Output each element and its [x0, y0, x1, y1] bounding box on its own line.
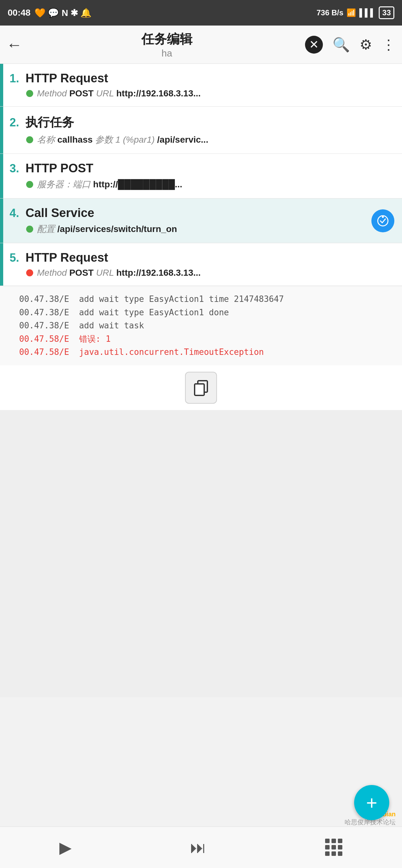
log-line-exception: 00.47.58/E java.util.concurrent.TimeoutE… — [19, 346, 393, 359]
item-header: 4. Call Service — [9, 206, 396, 220]
item-content: 4. Call Service 配置 /api/services/switch/… — [3, 198, 402, 243]
item-description: 名称 callhass 参数 1 (%par1) /api/servic... — [37, 134, 208, 146]
badge-icon — [371, 209, 394, 232]
status-dot-error — [26, 269, 33, 276]
item-header: 3. HTTP POST — [9, 161, 396, 175]
log-line: 00.47.38/E add wait type EasyAction1 don… — [19, 306, 393, 319]
item-content: 1. HTTP Request Method POST URL http://1… — [3, 64, 402, 106]
top-bar: ← 任务编辑 ha ✕ 🔍 ⚙ ⋮ — [0, 26, 402, 64]
settings-button[interactable]: ⚙ — [360, 36, 372, 53]
status-dot — [26, 226, 33, 232]
item-title: 执行任务 — [26, 114, 74, 130]
more-button[interactable]: ⋮ — [381, 36, 396, 53]
grid-icon — [325, 839, 343, 856]
item-detail: Method POST URL http://192.168.3.13... — [9, 88, 396, 99]
item-number: 3. — [9, 162, 22, 175]
item-description: 服务器：端口 http://█████████... — [37, 178, 182, 190]
item-detail: Method POST URL http://192.168.3.13... — [9, 268, 396, 278]
play-button[interactable]: ▶ — [59, 838, 71, 857]
status-left: 00:48 🧡 💬 N ✱ 🔔 — [8, 8, 92, 18]
item-accent — [0, 243, 3, 286]
item-content: 3. HTTP POST 服务器：端口 http://█████████... — [3, 154, 402, 198]
list-item[interactable]: 3. HTTP POST 服务器：端口 http://█████████... — [0, 154, 402, 198]
item-description: Method POST URL http://192.168.3.13... — [37, 268, 201, 278]
item-header: 1. HTTP Request — [9, 71, 396, 85]
item-accent — [0, 154, 3, 198]
grid-button[interactable] — [325, 839, 343, 856]
list-item[interactable]: 2. 执行任务 名称 callhass 参数 1 (%par1) /api/se… — [0, 106, 402, 154]
item-badge — [371, 209, 394, 232]
item-header: 5. HTTP Request — [9, 251, 396, 265]
time-display: 00:48 — [8, 8, 31, 18]
status-bar: 00:48 🧡 💬 N ✱ 🔔 736 B/s 📶 ▌▌▌ 33 — [0, 0, 402, 26]
list-item[interactable]: 5. HTTP Request Method POST URL http://1… — [0, 243, 402, 286]
log-line: 00.47.38/E add wait task — [19, 319, 393, 333]
bottom-nav: ▶ ⏭ — [0, 827, 402, 868]
item-accent — [0, 106, 3, 154]
log-block: 00.47.38/E add wait type EasyAction1 tim… — [0, 286, 402, 365]
fab-add-button[interactable]: + — [354, 785, 389, 820]
item-title: HTTP POST — [26, 161, 93, 175]
log-line-error: 00.47.58/E 错误: 1 — [19, 333, 393, 346]
item-description: 配置 /api/services/switch/turn_on — [37, 223, 177, 235]
top-icons: ✕ 🔍 ⚙ ⋮ — [305, 36, 396, 54]
item-content: 2. 执行任务 名称 callhass 参数 1 (%par1) /api/se… — [3, 106, 402, 154]
battery-display: 33 — [379, 6, 394, 19]
item-detail: 配置 /api/services/switch/turn_on — [9, 223, 396, 235]
item-detail: 名称 callhass 参数 1 (%par1) /api/servic... — [9, 134, 396, 146]
item-title: HTTP Request — [26, 251, 108, 265]
speed-display: 736 B/s — [316, 8, 343, 17]
list-item-selected[interactable]: 4. Call Service 配置 /api/services/switch/… — [0, 198, 402, 243]
item-number: 1. — [9, 72, 22, 85]
status-dot — [26, 90, 33, 97]
item-number: 5. — [9, 251, 22, 265]
close-button[interactable]: ✕ — [305, 36, 323, 54]
item-title: Call Service — [26, 206, 94, 220]
back-button[interactable]: ← — [6, 37, 22, 53]
status-dot — [26, 136, 33, 143]
item-header: 2. 执行任务 — [9, 114, 396, 130]
item-description: Method POST URL http://192.168.3.13... — [37, 88, 201, 99]
log-line: 00.47.38/E add wait type EasyAction1 tim… — [19, 292, 393, 306]
item-content: 5. HTTP Request Method POST URL http://1… — [3, 243, 402, 286]
notification-icons: 🧡 💬 N ✱ 🔔 — [34, 8, 92, 18]
signal-icon: ▌▌▌ — [359, 8, 375, 17]
step-button[interactable]: ⏭ — [190, 838, 206, 857]
svg-point-1 — [382, 216, 384, 218]
item-accent — [0, 198, 3, 243]
status-right: 736 B/s 📶 ▌▌▌ 33 — [316, 6, 394, 19]
status-dot — [26, 181, 33, 188]
title-area: 任务编辑 ha — [29, 30, 305, 59]
item-title: HTTP Request — [26, 71, 108, 85]
svg-rect-3 — [195, 384, 204, 395]
empty-area — [0, 410, 402, 697]
search-button[interactable]: 🔍 — [333, 36, 350, 53]
wifi-icon: 📶 — [346, 8, 356, 17]
copy-button-area — [0, 365, 402, 410]
list-item[interactable]: 1. HTTP Request Method POST URL http://1… — [0, 64, 402, 106]
task-list: 1. HTTP Request Method POST URL http://1… — [0, 64, 402, 410]
item-number: 4. — [9, 207, 22, 220]
page-subtitle: ha — [161, 48, 172, 59]
item-accent — [0, 64, 3, 106]
page-title: 任务编辑 — [141, 30, 192, 48]
item-number: 2. — [9, 116, 22, 129]
copy-button[interactable] — [185, 372, 217, 404]
item-detail: 服务器：端口 http://█████████... — [9, 178, 396, 190]
